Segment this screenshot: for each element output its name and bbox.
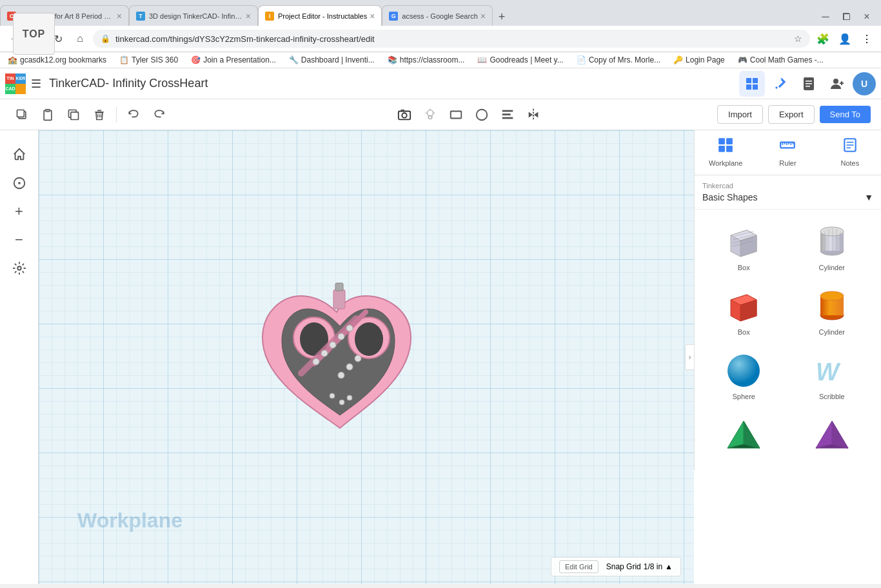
tab-close-3[interactable]: ×: [367, 11, 375, 21]
duplicate-button[interactable]: [10, 103, 34, 126]
shape-tools-button[interactable]: [444, 103, 468, 126]
export-button[interactable]: Export: [768, 105, 815, 124]
maximize-button[interactable]: ⧠: [837, 8, 855, 26]
tinkercad-logo[interactable]: TIN KER CAD: [5, 74, 26, 94]
svg-marker-33: [534, 112, 538, 117]
svg-marker-99: [832, 421, 848, 448]
minimize-button[interactable]: ─: [817, 8, 835, 26]
svg-point-42: [355, 322, 383, 356]
settings-button[interactable]: ⋮: [858, 30, 876, 48]
close-button[interactable]: ×: [858, 8, 876, 26]
documents-button[interactable]: [796, 71, 822, 97]
bookmark-login[interactable]: 🔑 Login Page: [671, 54, 728, 66]
extensions-button[interactable]: 🧩: [814, 30, 832, 48]
svg-rect-59: [726, 146, 733, 152]
fit-to-view-button[interactable]: [8, 172, 31, 195]
tab-notes[interactable]: Notes: [819, 130, 881, 175]
snap-chevron-icon[interactable]: ▲: [665, 562, 673, 571]
shape-pyramid-green[interactable]: [702, 411, 786, 462]
paste-button[interactable]: [36, 103, 59, 126]
panel-collapse-button[interactable]: ›: [685, 344, 694, 370]
shape-box-gray[interactable]: Box: [702, 217, 786, 277]
app-title: TinkerCAD- Infinity CrossHeart: [49, 77, 734, 90]
paste-icon: [41, 108, 54, 121]
app-header: TIN KER CAD ☰ TinkerCAD- Infinity CrossH…: [0, 68, 881, 99]
tab-workplane[interactable]: Workplane: [695, 130, 757, 175]
bookmark-gcasdk[interactable]: 🏫 gcasdk12.org bookmarks: [5, 54, 109, 66]
tab-close-4[interactable]: ×: [478, 11, 486, 21]
import-button[interactable]: Import: [717, 105, 763, 124]
circle-tool-button[interactable]: [470, 103, 493, 126]
mirror-button[interactable]: [522, 103, 545, 126]
home-view-button[interactable]: [8, 143, 31, 166]
tab-close-2[interactable]: ×: [243, 11, 251, 21]
shape-cylinder-orange[interactable]: Cylinder: [791, 282, 874, 341]
bookmark-icon: 📄: [577, 55, 586, 64]
redo-icon: [153, 108, 166, 121]
shape-pyramid-purple[interactable]: [791, 411, 874, 462]
bookmark-dashboard[interactable]: 🔧 Dashboard | Inventi...: [286, 54, 377, 66]
svg-point-50: [338, 372, 344, 378]
copy-button[interactable]: [62, 103, 85, 126]
address-bar[interactable]: 🔒 tinkercad.com/things/dYS3cY2zmSm-tinke…: [93, 30, 810, 48]
send-to-button[interactable]: Send To: [820, 106, 871, 123]
user-avatar[interactable]: U: [853, 72, 876, 95]
tab-project-editor[interactable]: I Project Editor - Instructables ×: [258, 5, 382, 26]
viewport[interactable]: Workplane Edit Grid Snap Grid 1/8 in ▲: [39, 130, 694, 584]
workplane-label: Workplane: [77, 509, 183, 533]
notes-tab-icon: [842, 137, 858, 157]
tab-tinkercad[interactable]: T 3D design TinkerCAD- Infinity Cr... ×: [129, 5, 258, 26]
svg-rect-56: [718, 138, 725, 144]
svg-point-8: [833, 79, 838, 84]
camera-view-button[interactable]: [393, 103, 416, 126]
delete-button[interactable]: [88, 103, 111, 126]
grid-view-button[interactable]: [739, 71, 765, 97]
bookmark-star-icon[interactable]: ☆: [794, 34, 802, 44]
svg-point-49: [346, 364, 353, 370]
settings-button[interactable]: [8, 257, 31, 280]
bookmark-tyler[interactable]: 📋 Tyler SIS 360: [117, 54, 181, 66]
bookmark-join[interactable]: 🎯 Join a Presentation...: [188, 54, 279, 66]
lock-icon: 🔒: [101, 34, 110, 43]
bookmark-goodreads[interactable]: 📖 Goodreads | Meet y...: [475, 54, 566, 66]
main-content: TOP + −: [0, 130, 881, 584]
align-button[interactable]: [496, 103, 519, 126]
profile-button[interactable]: 👤: [836, 30, 854, 48]
home-button[interactable]: ⌂: [71, 30, 89, 48]
new-tab-button[interactable]: +: [493, 8, 511, 26]
tab-close-1[interactable]: ×: [114, 11, 122, 21]
bookmark-label: Join a Presentation...: [203, 55, 276, 64]
panel-tabs: Workplane: [695, 130, 881, 175]
workplane-tab-label: Workplane: [709, 159, 742, 167]
svg-point-55: [347, 395, 352, 400]
bookmark-copy[interactable]: 📄 Copy of Mrs. Morle...: [574, 54, 663, 66]
bookmark-label: https://classroom...: [400, 55, 465, 64]
browser-action-buttons: 🧩 👤 ⋮: [814, 30, 876, 48]
menu-icon[interactable]: ☰: [31, 77, 41, 91]
light-button[interactable]: [419, 103, 442, 126]
zoom-in-button[interactable]: +: [8, 200, 31, 223]
tools-button[interactable]: [767, 71, 793, 97]
tab-ruler[interactable]: Ruler: [757, 130, 818, 175]
shape-box-red[interactable]: Box: [702, 282, 786, 341]
edit-grid-button[interactable]: Edit Grid: [559, 560, 599, 573]
url-text: tinkercad.com/things/dYS3cY2zmSm-tinkerc…: [115, 34, 789, 44]
tab-google[interactable]: G acsess - Google Search ×: [382, 5, 493, 26]
shape-sphere-blue[interactable]: Sphere: [702, 346, 786, 406]
undo-icon: [127, 108, 140, 121]
bookmark-icon: 🔑: [673, 55, 683, 64]
undo-button[interactable]: [122, 103, 145, 126]
bookmark-classroom[interactable]: 📚 https://classroom...: [385, 54, 468, 66]
svg-rect-5: [806, 81, 812, 82]
shape-scribble[interactable]: W Scribble: [791, 346, 874, 406]
bookmark-coolmath[interactable]: 🎮 Cool Math Games -...: [735, 54, 826, 66]
gear-icon: [12, 261, 26, 275]
right-panel: Workplane: [694, 130, 881, 470]
design-svg: [237, 260, 443, 454]
category-dropdown[interactable]: Basic Shapes ▼: [702, 192, 873, 202]
svg-rect-2: [746, 84, 751, 90]
shape-cylinder-gray[interactable]: Cylinder: [791, 217, 874, 277]
zoom-out-button[interactable]: −: [8, 228, 31, 251]
add-person-button[interactable]: [824, 71, 850, 97]
redo-button[interactable]: [148, 103, 171, 126]
